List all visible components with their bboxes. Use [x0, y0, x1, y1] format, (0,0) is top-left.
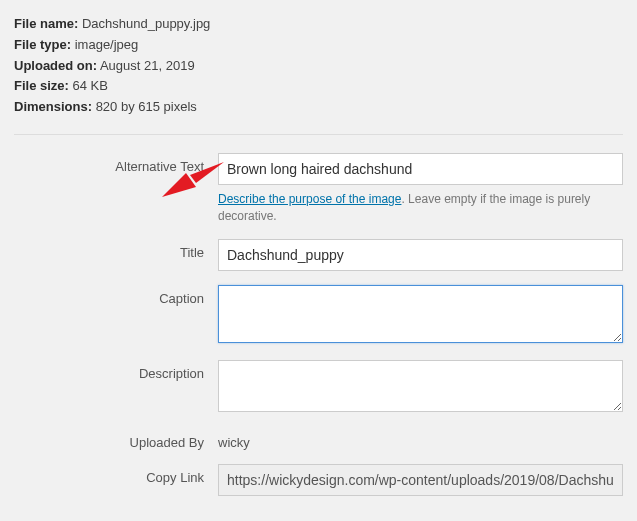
- meta-filesize-label: File size:: [14, 78, 69, 93]
- uploaded-by-row: Uploaded By wicky: [14, 429, 623, 450]
- alt-text-help-link[interactable]: Describe the purpose of the image: [218, 192, 401, 206]
- meta-filename: File name: Dachshund_puppy.jpg: [14, 14, 623, 35]
- divider: [14, 134, 623, 135]
- copy-link-label: Copy Link: [14, 464, 218, 485]
- attachment-meta: File name: Dachshund_puppy.jpg File type…: [14, 10, 623, 128]
- svg-marker-1: [162, 173, 196, 197]
- meta-uploaded-label: Uploaded on:: [14, 58, 97, 73]
- caption-label: Caption: [14, 285, 218, 306]
- uploaded-by-label: Uploaded By: [14, 429, 218, 450]
- uploaded-by-value: wicky: [218, 429, 623, 450]
- copy-link-input[interactable]: [218, 464, 623, 496]
- copy-link-row: Copy Link: [14, 464, 623, 496]
- meta-dimensions: Dimensions: 820 by 615 pixels: [14, 97, 623, 118]
- description-input[interactable]: [218, 360, 623, 412]
- description-row: Description: [14, 360, 623, 415]
- title-row: Title: [14, 239, 623, 271]
- alt-text-input[interactable]: [218, 153, 623, 185]
- caption-row: Caption: [14, 285, 623, 346]
- description-label: Description: [14, 360, 218, 381]
- meta-filename-label: File name:: [14, 16, 78, 31]
- caption-input[interactable]: [218, 285, 623, 343]
- meta-dimensions-label: Dimensions:: [14, 99, 92, 114]
- meta-dimensions-value: 820 by 615 pixels: [96, 99, 197, 114]
- alt-text-help: Describe the purpose of the image. Leave…: [218, 191, 623, 225]
- meta-filesize-value: 64 KB: [73, 78, 108, 93]
- meta-filetype-value: image/jpeg: [75, 37, 139, 52]
- meta-uploaded-value: August 21, 2019: [100, 58, 195, 73]
- meta-filetype-label: File type:: [14, 37, 71, 52]
- meta-filesize: File size: 64 KB: [14, 76, 623, 97]
- meta-filetype: File type: image/jpeg: [14, 35, 623, 56]
- alt-text-row: Alternative Text Describe the purpose of…: [14, 153, 623, 225]
- title-input[interactable]: [218, 239, 623, 271]
- alt-text-label: Alternative Text: [14, 153, 218, 174]
- meta-uploaded: Uploaded on: August 21, 2019: [14, 56, 623, 77]
- title-label: Title: [14, 239, 218, 260]
- meta-filename-value: Dachshund_puppy.jpg: [82, 16, 210, 31]
